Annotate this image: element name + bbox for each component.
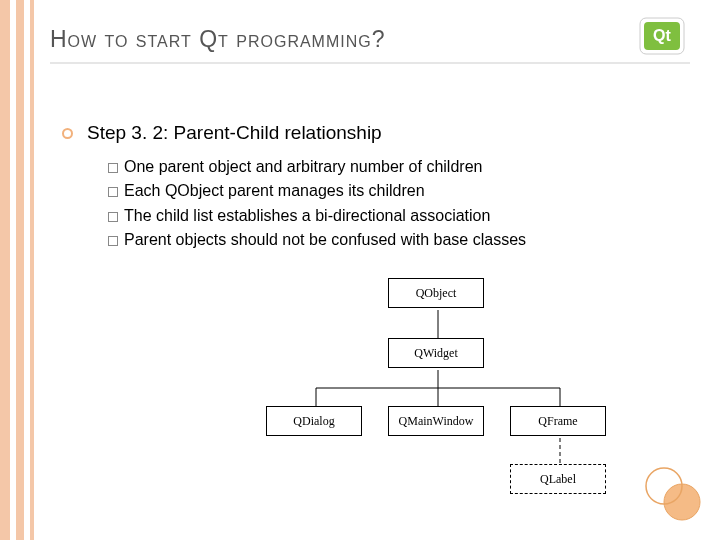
corner-circles-icon: [642, 466, 702, 526]
stripe-2: [16, 0, 24, 540]
list-item: One parent object and arbitrary number o…: [108, 156, 650, 178]
node-qdialog: QDialog: [266, 406, 362, 436]
list-item: The child list establishes a bi-directio…: [108, 205, 650, 227]
step-line: Step 3. 2: Parent-Child relationship: [62, 122, 382, 144]
circle-bullet-icon: [62, 128, 73, 139]
node-qmainwindow: QMainWindow: [388, 406, 484, 436]
node-qlabel: QLabel: [510, 464, 606, 494]
heading-rule: [50, 62, 690, 64]
slide: Qt How to start Qt programming? Step 3. …: [0, 0, 720, 540]
box-bullet-icon: [108, 236, 118, 246]
sub-bullet-list: One parent object and arbitrary number o…: [108, 156, 650, 254]
stripe-1: [0, 0, 10, 540]
bullet-text: The child list establishes a bi-directio…: [124, 207, 490, 224]
bullet-text: Each QObject parent manages its children: [124, 182, 425, 199]
list-item: Each QObject parent manages its children: [108, 180, 650, 202]
svg-text:Qt: Qt: [653, 27, 671, 44]
box-bullet-icon: [108, 212, 118, 222]
box-bullet-icon: [108, 187, 118, 197]
node-qwidget: QWidget: [388, 338, 484, 368]
box-bullet-icon: [108, 163, 118, 173]
list-item: Parent objects should not be confused wi…: [108, 229, 650, 251]
bullet-text: One parent object and arbitrary number o…: [124, 158, 482, 175]
qt-logo-icon: Qt: [638, 16, 686, 60]
slide-heading: How to start Qt programming?: [50, 26, 386, 53]
class-diagram: QObject QWidget QDialog QMainWindow QFra…: [258, 278, 618, 508]
node-qframe: QFrame: [510, 406, 606, 436]
stripe-3: [30, 0, 34, 540]
bullet-text: Parent objects should not be confused wi…: [124, 231, 526, 248]
step-text: Step 3. 2: Parent-Child relationship: [87, 122, 382, 144]
node-qobject: QObject: [388, 278, 484, 308]
